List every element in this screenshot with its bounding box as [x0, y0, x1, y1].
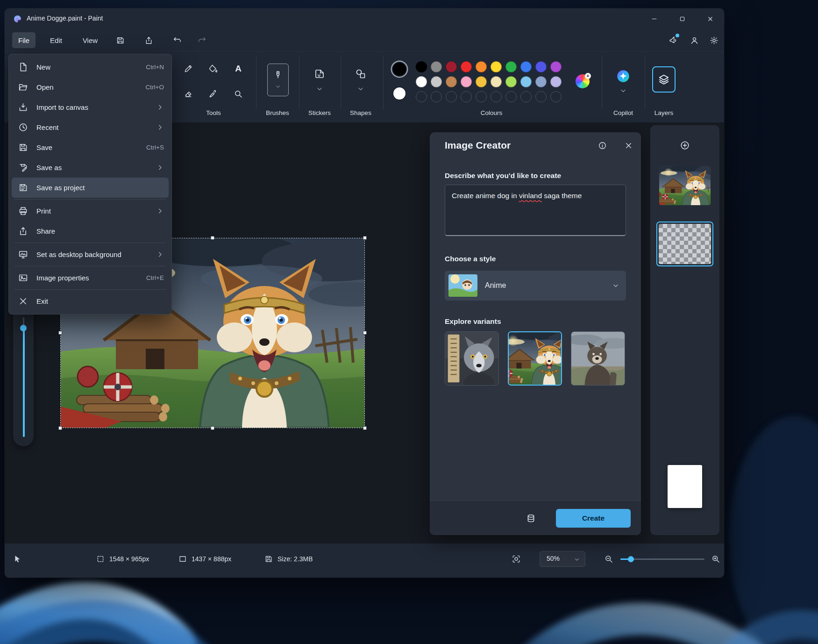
colour-swatch[interactable] — [416, 76, 427, 87]
brushes-button[interactable] — [267, 64, 289, 96]
file-menu-item-save-as-project[interactable]: Save as project — [12, 178, 169, 198]
colour-swatch-empty[interactable] — [520, 91, 532, 102]
fill-tool-button[interactable] — [205, 60, 221, 77]
view-menu-button[interactable]: View — [77, 32, 103, 48]
colour-swatch-empty[interactable] — [476, 91, 487, 102]
edit-menu-button[interactable]: Edit — [43, 32, 69, 48]
colour-swatch[interactable] — [491, 76, 502, 87]
pencil-tool-button[interactable] — [180, 60, 197, 77]
slider-thumb[interactable] — [20, 325, 27, 331]
colour-swatch-empty[interactable] — [535, 91, 547, 102]
variant-thumbnail-1[interactable] — [445, 331, 499, 386]
zoom-out-button[interactable] — [604, 550, 613, 568]
credits-button[interactable] — [522, 510, 539, 527]
colour-swatch[interactable] — [431, 61, 442, 72]
layer-thumbnail-1[interactable] — [659, 166, 711, 205]
background-layer-thumbnail[interactable] — [668, 465, 702, 508]
text-tool-button[interactable]: A — [230, 60, 247, 77]
colour-swatch-empty[interactable] — [550, 91, 562, 102]
colour-swatch-empty[interactable] — [491, 91, 502, 102]
variant-thumbnail-2[interactable] — [508, 331, 562, 386]
titlebar[interactable]: Anime Dogge.paint - Paint — [5, 8, 724, 29]
selection-handle[interactable] — [211, 426, 214, 430]
layer-thumbnail-2-selected[interactable] — [656, 222, 713, 266]
colour-swatch-empty[interactable] — [461, 91, 472, 102]
close-button[interactable] — [696, 8, 724, 29]
file-menu-item-share[interactable]: Share — [12, 221, 169, 241]
colour-swatch[interactable] — [520, 61, 532, 72]
settings-button[interactable] — [705, 32, 722, 49]
account-button[interactable] — [686, 32, 703, 49]
selection-handle[interactable] — [363, 331, 367, 335]
layers-button[interactable] — [652, 66, 676, 93]
prompt-input[interactable]: Create anime dog in vinland saga theme — [445, 185, 626, 236]
variant-thumbnail-3[interactable] — [571, 331, 625, 386]
create-button[interactable]: Create — [556, 509, 631, 528]
colour-swatch-empty[interactable] — [416, 91, 427, 102]
close-panel-button[interactable] — [621, 138, 636, 153]
maximize-button[interactable] — [668, 8, 696, 29]
file-menu-item-image-properties[interactable]: Image propertiesCtrl+E — [12, 268, 169, 288]
magnifier-tool-button[interactable] — [230, 86, 247, 102]
redo-button[interactable] — [193, 32, 210, 49]
eraser-tool-button[interactable] — [180, 86, 197, 102]
colour-swatch[interactable] — [476, 76, 487, 87]
color-picker-tool-button[interactable] — [205, 86, 221, 102]
colour-swatch[interactable] — [461, 61, 472, 72]
selection-handle[interactable] — [58, 426, 62, 430]
selection-handle[interactable] — [58, 331, 62, 335]
file-menu-item-new[interactable]: NewCtrl+N — [12, 57, 169, 77]
file-menu-button[interactable]: File — [12, 32, 36, 48]
selection-handle[interactable] — [211, 236, 214, 240]
zoom-slider[interactable] — [620, 550, 704, 568]
colour-swatch[interactable] — [550, 61, 562, 72]
chevron-down-icon[interactable] — [357, 85, 364, 93]
colour-swatch[interactable] — [416, 61, 427, 72]
zoom-slider-thumb[interactable] — [628, 556, 634, 562]
colour-swatch-empty[interactable] — [446, 91, 457, 102]
colour-swatch[interactable] — [491, 61, 502, 72]
colour-swatch-empty[interactable] — [505, 91, 517, 102]
colour-swatch[interactable] — [446, 76, 457, 87]
style-dropdown[interactable]: Anime — [445, 271, 626, 301]
stickers-button[interactable] — [311, 65, 328, 82]
selected-colour-1[interactable] — [392, 62, 407, 77]
file-menu-item-recent[interactable]: Recent — [12, 117, 169, 137]
file-menu-item-save[interactable]: SaveCtrl+S — [12, 137, 169, 157]
selection-handle[interactable] — [363, 236, 367, 240]
colour-swatch[interactable] — [461, 76, 472, 87]
minimize-button[interactable] — [640, 8, 668, 29]
undo-button[interactable] — [169, 32, 185, 49]
file-menu-item-open[interactable]: OpenCtrl+O — [12, 77, 169, 97]
file-menu-item-print[interactable]: Print — [12, 201, 169, 221]
file-menu-item-set-as-desktop-background[interactable]: Set as desktop background — [12, 244, 169, 265]
colour-swatch[interactable] — [431, 76, 442, 87]
colour-swatch[interactable] — [505, 76, 517, 87]
selected-colour-2[interactable] — [393, 87, 405, 100]
info-button[interactable] — [595, 138, 610, 153]
edit-colours-button[interactable]: + — [576, 74, 590, 88]
colour-swatch[interactable] — [550, 76, 562, 87]
add-layer-button[interactable] — [676, 137, 693, 154]
share-button[interactable] — [140, 32, 157, 49]
save-button[interactable] — [112, 32, 128, 49]
zoom-in-button[interactable] — [711, 550, 720, 568]
colour-swatch[interactable] — [520, 76, 532, 87]
colour-swatch[interactable] — [535, 61, 547, 72]
file-menu-item-exit[interactable]: Exit — [12, 291, 169, 311]
file-menu-item-import-to-canvas[interactable]: Import to canvas — [12, 97, 169, 117]
screen-capture-button[interactable] — [512, 550, 521, 568]
colour-swatch[interactable] — [476, 61, 487, 72]
colour-swatch[interactable] — [446, 61, 457, 72]
colour-swatch-empty[interactable] — [431, 91, 442, 102]
colour-swatch[interactable] — [535, 76, 547, 87]
selection-handle[interactable] — [363, 426, 367, 430]
colour-swatch[interactable] — [505, 61, 517, 72]
chevron-down-icon[interactable] — [619, 87, 627, 94]
shapes-button[interactable] — [352, 65, 369, 82]
copilot-button[interactable] — [615, 68, 631, 84]
feedback-button[interactable] — [664, 32, 681, 49]
size-slider[interactable] — [13, 306, 34, 446]
chevron-down-icon[interactable] — [316, 85, 323, 93]
zoom-dropdown[interactable]: 50% — [540, 551, 585, 567]
